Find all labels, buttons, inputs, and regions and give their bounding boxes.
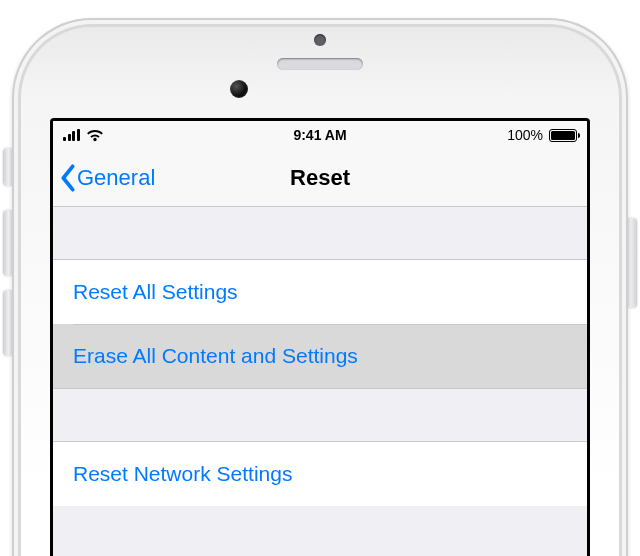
- earpiece-speaker-icon: [277, 58, 363, 70]
- cell-label: Reset Network Settings: [73, 462, 292, 486]
- status-bar: 9:41 AM 100%: [53, 121, 587, 149]
- reset-network-settings-row[interactable]: Reset Network Settings: [53, 442, 587, 506]
- settings-group-2: Reset Network Settings: [53, 441, 587, 506]
- cell-label: Erase All Content and Settings: [73, 344, 358, 368]
- cell-label: Reset All Settings: [73, 280, 238, 304]
- battery-icon: [549, 129, 577, 142]
- reset-all-settings-row[interactable]: Reset All Settings: [53, 260, 587, 324]
- phone-screen: 9:41 AM 100% General Reset Reset All Set…: [50, 118, 590, 556]
- group-spacer: [53, 207, 587, 259]
- navigation-bar: General Reset: [53, 149, 587, 207]
- status-time: 9:41 AM: [53, 127, 587, 143]
- proximity-sensor-icon: [314, 34, 326, 46]
- erase-all-content-row[interactable]: Erase All Content and Settings: [53, 324, 587, 388]
- phone-top-sensors: [0, 54, 640, 84]
- page-title: Reset: [53, 149, 587, 206]
- front-camera-icon: [230, 80, 248, 98]
- settings-group-1: Reset All Settings Erase All Content and…: [53, 259, 587, 389]
- group-spacer: [53, 389, 587, 441]
